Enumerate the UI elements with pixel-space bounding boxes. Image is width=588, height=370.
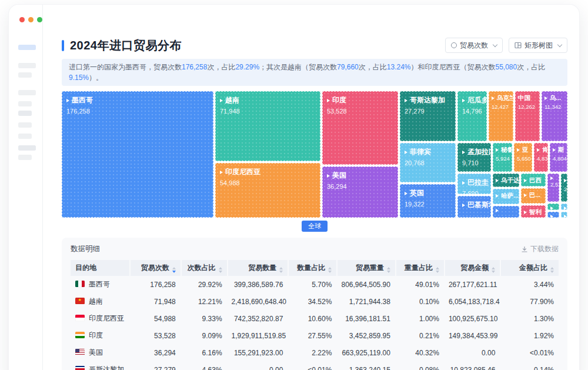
treemap-cell-label: 哥斯达黎加 (410, 95, 445, 105)
treemap-cell-乌...[interactable]: 乌...11,342 (542, 91, 567, 141)
sidebar-item[interactable] (18, 111, 32, 116)
treemap-cell-乌克兰[interactable]: 乌克兰12,427 (489, 91, 513, 141)
treemap-cell-厄瓜多尔[interactable]: 厄瓜多尔14,796 (457, 91, 487, 141)
treemap-cell-智利[interactable]: 智利 (521, 205, 546, 218)
treemap-cell-value: 2,5 (550, 181, 556, 188)
treemap-cell-孟加拉国[interactable]: 孟加拉国9,710 (457, 143, 491, 172)
table-cell: 6.16% (181, 344, 227, 361)
sidebar-item[interactable] (18, 90, 36, 95)
table-cell: 2.22% (288, 344, 336, 361)
treemap-cell-印度[interactable]: 印度53,528 (322, 91, 398, 165)
table-cell: 399,386,589.76 (227, 276, 288, 293)
treemap-cell[interactable] (547, 204, 559, 210)
sidebar-item[interactable] (18, 45, 36, 50)
global-breadcrumb-button[interactable]: 全球 (302, 221, 328, 232)
treemap-cell-南[interactable]: 南2,2 (561, 174, 567, 202)
treemap-cell-label: 美国 (332, 171, 346, 181)
column-header-5[interactable]: 贸易重量 (336, 260, 395, 276)
sort-icon (172, 267, 176, 273)
column-header-label: 贸易数量 (248, 264, 276, 272)
treemap-cell[interactable] (561, 212, 567, 218)
column-header-8[interactable]: 金额占比 (500, 260, 559, 276)
treemap-cell-乌干达[interactable]: 乌干达 (493, 174, 519, 187)
download-data-button[interactable]: 下载数据 (521, 244, 559, 254)
treemap-cell-美国[interactable]: 美国36,294 (322, 166, 398, 218)
title-bar: 2024年进口贸易分布 贸易次数 矩形树图 (62, 36, 567, 54)
treemap-cell-value: 2,2 (564, 186, 564, 192)
drilldown-icon (544, 96, 547, 100)
main-content: 2024年进口贸易分布 贸易次数 矩形树图 (44, 5, 579, 370)
table-row[interactable]: 哥斯达黎加27,2794.63%0.00<0.01%1,363,240.150.… (71, 361, 559, 370)
table-cell: 155,291,923.00 (227, 344, 288, 361)
sidebar-item[interactable] (18, 101, 32, 106)
column-header-1[interactable]: 贸易次数 (129, 260, 181, 276)
summary-segment: 进口第一的国家为墨西哥，贸易次数 (69, 63, 182, 71)
column-header-6[interactable]: 重量占比 (395, 260, 444, 276)
drilldown-icon (327, 174, 330, 178)
sort-icon (328, 267, 332, 273)
treemap-cell-label: 肯 (542, 146, 548, 154)
treemap-cell-label: 印度尼西亚 (225, 167, 260, 177)
treemap-cell-label: 乌... (550, 94, 561, 102)
treemap-cell-印度尼西亚[interactable]: 印度尼西亚54,988 (215, 163, 320, 218)
treemap-cell-巴西[interactable]: 巴西 (521, 174, 546, 186)
treemap-cell-中国[interactable]: 中国12,262 (515, 91, 540, 141)
treemap-cell-越南[interactable]: 越南71,948 (215, 91, 320, 161)
treemap-cell-巴拉圭[interactable]: 巴拉圭7,690 (457, 174, 491, 194)
treemap-cell-哥斯达黎加[interactable]: 哥斯达黎加27,279 (400, 91, 456, 141)
table-cell: 2,418,690,648.40 (227, 293, 288, 310)
treemap-cell-秘鲁[interactable]: 秘鲁5,924 (493, 143, 512, 172)
treemap-cell-label: 亚 (522, 146, 529, 154)
table-cell: 77.90% (500, 293, 559, 310)
treemap-cell-巴基斯坦[interactable]: 巴基斯坦 (457, 196, 491, 218)
treemap-cell-斯[interactable]: 斯4,804 (550, 143, 567, 172)
treemap-cell[interactable]: 2,5 (547, 174, 559, 202)
sidebar-item[interactable] (18, 145, 36, 151)
table-cell: 3.44% (500, 276, 559, 293)
summary-segment: 次，占比 (207, 63, 235, 71)
sidebar-item[interactable] (18, 134, 32, 139)
metric-select[interactable]: 贸易次数 (445, 38, 503, 53)
treemap-cell-巴...[interactable]: 巴... (521, 188, 546, 204)
sidebar-item[interactable] (18, 63, 36, 68)
table-row[interactable]: 墨西哥176,25829.92%399,386,589.765.70%806,9… (71, 276, 559, 293)
treemap-cell-肯[interactable]: 肯4,836 (534, 143, 548, 172)
treemap-cell-菲律宾[interactable]: 菲律宾20,768 (400, 143, 456, 182)
table-row[interactable]: 印度53,5289.09%1,929,911,519.8527.55%3,452… (71, 327, 559, 344)
flag-icon-in (75, 332, 85, 338)
treemap-cell[interactable] (493, 206, 519, 218)
table-cell: 1.30% (500, 310, 559, 327)
treemap-cell-哈萨...[interactable]: 哈萨... (493, 189, 519, 204)
column-header-3[interactable]: 贸易数量 (227, 260, 288, 276)
column-header-7[interactable]: 贸易金额 (444, 260, 500, 276)
treemap-cell-墨西哥[interactable]: 墨西哥176,258 (62, 91, 213, 218)
drilldown-icon (496, 209, 499, 212)
sidebar-item[interactable] (18, 155, 32, 160)
table-row[interactable]: 美国36,2946.16%155,291,923.002.22%663,925,… (71, 344, 559, 361)
sidebar-item[interactable] (18, 72, 32, 78)
column-header-4[interactable]: 数量占比 (288, 260, 336, 276)
treemap-cell-value: 4,804 (553, 155, 564, 162)
table-row[interactable]: 印度尼西亚54,9889.33%742,352,820.8710.60%16,3… (71, 310, 559, 327)
table-cell: 663,925,119.00 (336, 344, 395, 361)
treemap-cell[interactable] (547, 212, 559, 218)
treemap-cell-value: 176,258 (66, 108, 209, 115)
table-cell: 0.00 (444, 344, 500, 361)
column-header-2[interactable]: 次数占比 (181, 260, 227, 276)
treemap-cell-英国[interactable]: 英国19,322 (400, 184, 456, 218)
treemap-cell-亚[interactable]: 亚5,650 (514, 143, 532, 172)
chart-type-select[interactable]: 矩形树图 (509, 38, 567, 53)
treemap-cell-value: 36,294 (327, 183, 393, 190)
table-row[interactable]: 越南71,94812.21%2,418,690,648.4034.52%1,72… (71, 293, 559, 310)
treemap-cell-label: 厄瓜多尔 (467, 95, 487, 105)
treemap-cell-value: 7,690 (462, 190, 486, 194)
column-header-label: 金额占比 (519, 264, 547, 272)
table-cell: 10,823,085.46 (444, 361, 500, 370)
treemap-cell-label: 中国 (518, 94, 530, 102)
treemap-icon (514, 42, 522, 49)
treemap-cell[interactable] (561, 204, 567, 210)
sidebar-item[interactable] (18, 122, 32, 128)
summary-highlight: 176,258 (182, 63, 207, 71)
treemap-cell-label: 英国 (410, 188, 424, 198)
table-cell: 27.55% (288, 327, 336, 344)
